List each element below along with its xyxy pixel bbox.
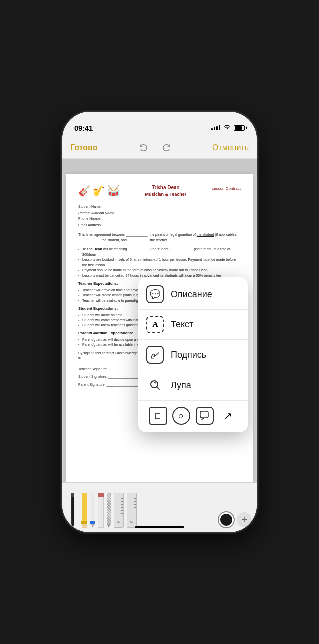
ruler-tick-1: [121, 498, 123, 499]
bottom-toolbar: 80 50 +: [62, 482, 257, 532]
ruler-80-tool[interactable]: 80: [114, 488, 124, 528]
pencil-tool[interactable]: [67, 488, 78, 528]
guardian-name-field: Parent/Guardian Name:: [78, 210, 241, 216]
home-indicator: [135, 526, 184, 528]
popup-magnifier[interactable]: Лупа: [138, 370, 248, 401]
gray-pencil-body: [107, 493, 111, 524]
top-toolbar: Готово Отменить: [62, 137, 257, 159]
text-icon: A: [146, 316, 164, 333]
ruler-50-tool[interactable]: 50: [127, 488, 137, 528]
shape-arrow[interactable]: ↗: [219, 407, 237, 425]
saxophone-icon: 🎷: [93, 184, 105, 198]
signal-bar-4: [219, 125, 220, 130]
status-bar: 09:41: [62, 112, 257, 137]
red-eraser-tool[interactable]: [98, 488, 104, 528]
gray-pencil-group: [107, 493, 111, 528]
yellow-marker-tool[interactable]: [81, 488, 87, 528]
shape-rect[interactable]: □: [149, 407, 167, 425]
ruler-50: 50: [127, 493, 137, 528]
pencil-shaft: [71, 497, 74, 524]
redo-button[interactable]: [160, 141, 174, 155]
drum-icon: 🥁: [107, 184, 120, 198]
document-page: 🎸 🎷 🥁 Trisha Dean Musician & Teacher Les…: [66, 174, 253, 482]
signal-bar-3: [216, 126, 218, 130]
cancel-button[interactable]: Отменить: [212, 143, 249, 152]
contract-label: Lesson Contract: [212, 186, 241, 191]
ruler-tick-5: [121, 510, 123, 511]
ruler-50-tick-2: [134, 501, 136, 502]
toolbar-center: [136, 141, 174, 155]
shape-bubble[interactable]: [196, 407, 214, 425]
doc-title-block: Trisha Dean Musician & Teacher: [126, 184, 206, 198]
agreement-text: This is an agreement between ___________…: [78, 232, 241, 243]
blue-pen-group: [90, 493, 95, 528]
signal-bars: [211, 125, 220, 130]
bullet-1: Trisha Dean will be teaching ___________…: [78, 247, 241, 257]
ruler-50-label: 50: [130, 520, 133, 523]
doc-top-gray: [62, 159, 257, 174]
ruler-50-tick-3: [134, 504, 136, 505]
undo-button[interactable]: [136, 141, 150, 155]
svg-point-0: [151, 357, 152, 358]
ruler-tick-4: [121, 507, 123, 508]
yellow-marker-group: [81, 493, 87, 528]
ruler-50-tick-1: [134, 498, 136, 499]
popup-signature[interactable]: Подпись: [138, 340, 248, 370]
signature-icon: [146, 346, 164, 364]
svg-rect-4: [200, 411, 208, 418]
ruler-80: 80: [114, 493, 124, 528]
svg-line-3: [157, 387, 160, 390]
color-picker[interactable]: [219, 512, 234, 527]
student-name-field: Student Name:: [78, 204, 241, 210]
done-button[interactable]: Готово: [70, 143, 97, 152]
blue-pen-tip: [91, 524, 94, 528]
magnifier-label: Лупа: [171, 380, 191, 391]
bullet-3: Payment should be made in the form of ca…: [78, 268, 241, 273]
doc-fields: Student Name: Parent/Guardian Name: Phon…: [78, 204, 241, 228]
magnifier-icon: [146, 376, 164, 394]
signature-label: Подпись: [171, 350, 206, 360]
shapes-row: □ ○ ↗: [138, 401, 248, 430]
main-bullets: Trisha Dean will be teaching ___________…: [78, 247, 241, 278]
pencil-eraser: [71, 493, 74, 497]
popup-text[interactable]: A Текст: [138, 310, 248, 340]
popup-menu: 💬 Описание A Текст Подпись: [138, 277, 248, 432]
guitar-icon: 🎸: [78, 184, 91, 198]
popup-description[interactable]: 💬 Описание: [138, 279, 248, 310]
bullet-2: Lessons are booked in sets of 6, at a mi…: [78, 257, 241, 268]
phone-frame: 09:41 Готово: [62, 112, 257, 532]
document-area: 🎸 🎷 🥁 Trisha Dean Musician & Teacher Les…: [62, 159, 257, 532]
ruler-50-tick-4: [134, 507, 136, 508]
yellow-marker-body: [82, 493, 87, 522]
doc-instruments: 🎸 🎷 🥁: [78, 184, 120, 198]
email-field: Email Address:: [78, 222, 241, 229]
text-label: Текст: [171, 320, 193, 330]
pencil-tip-shape: [71, 524, 74, 528]
wifi-icon: [223, 124, 231, 131]
phone-field: Phone Number:: [78, 216, 241, 222]
description-label: Описание: [171, 289, 212, 300]
ruler-tick-2: [121, 501, 123, 502]
phone-screen: 09:41 Готово: [62, 112, 257, 532]
status-time: 09:41: [74, 124, 93, 132]
add-tool-button[interactable]: +: [237, 512, 252, 527]
signal-bar-1: [211, 128, 213, 130]
battery-fill: [235, 126, 242, 130]
yellow-marker-bottom: [82, 524, 87, 528]
gray-pencil-tip: [107, 524, 111, 528]
blue-pen-body: [91, 493, 94, 521]
doc-header: 🎸 🎷 🥁 Trisha Dean Musician & Teacher Les…: [78, 184, 241, 198]
eraser-body: [98, 497, 104, 528]
gray-pencil-tool[interactable]: [107, 488, 111, 528]
teacher-name: Trisha Dean: [126, 184, 206, 191]
ruler-tick-6: [121, 513, 123, 514]
signal-bar-2: [214, 127, 215, 130]
blue-pen-tool[interactable]: [90, 488, 95, 528]
ruler-tick-3: [121, 504, 123, 505]
ruler-80-label: 80: [117, 520, 120, 523]
pencil-body-group: [67, 493, 78, 528]
status-icons: [211, 124, 245, 131]
eraser-cap: [98, 493, 104, 497]
teacher-title: Musician & Teacher: [126, 191, 206, 198]
shape-circle[interactable]: ○: [172, 407, 190, 425]
